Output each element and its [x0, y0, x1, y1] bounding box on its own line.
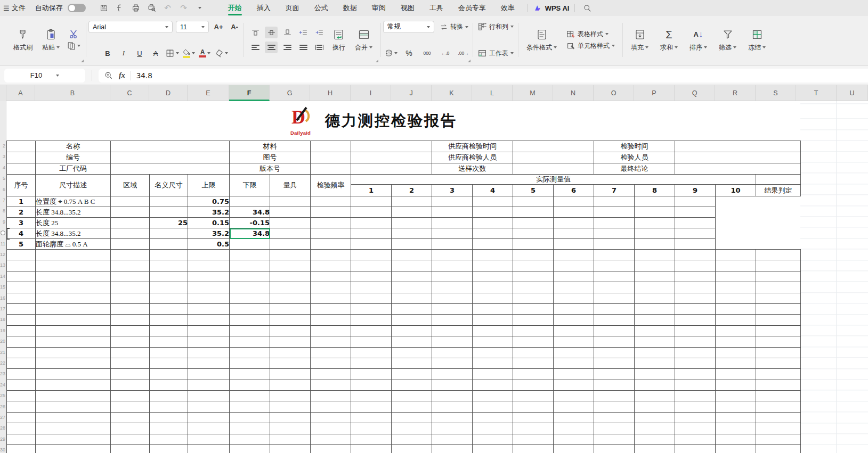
header-upper-limit[interactable]: 上限 [188, 175, 230, 196]
cell-measure[interactable] [473, 228, 513, 239]
cell-no-row4[interactable]: 4 [7, 228, 36, 239]
cell-upper-row3[interactable]: 0.15 [188, 218, 230, 228]
column-header-L[interactable]: L [472, 85, 513, 101]
column-header-P[interactable]: P [634, 85, 675, 101]
cell-lower-row3[interactable]: -0.15 [230, 218, 270, 228]
clear-format-button[interactable] [214, 47, 228, 59]
fill-color-button[interactable] [182, 47, 195, 59]
column-header-G[interactable]: G [270, 85, 310, 101]
label-inspection-time[interactable]: 检验时间 [594, 141, 675, 152]
convert-button[interactable]: 转换 [437, 21, 470, 32]
cell-measure[interactable] [270, 239, 311, 250]
row-header[interactable]: 7 [0, 195, 5, 205]
cell-nominal-row2[interactable] [150, 207, 188, 218]
quickbar-more-icon[interactable] [193, 2, 207, 14]
font-size-select[interactable]: 11 [176, 21, 209, 33]
cell-measure[interactable] [270, 228, 311, 239]
print-preview-icon[interactable] [145, 2, 159, 14]
cell-measure[interactable] [594, 228, 635, 239]
cell-measure[interactable] [392, 196, 432, 207]
header-gauge[interactable]: 量具 [270, 175, 311, 196]
column-header-S[interactable]: S [756, 85, 796, 101]
row-header[interactable]: 17 [0, 303, 5, 314]
cell-measure[interactable] [513, 196, 554, 207]
cell-measure[interactable] [513, 218, 554, 228]
cell-measure[interactable] [270, 218, 311, 228]
row-header[interactable]: 11 [0, 238, 5, 249]
measure-col[interactable]: 2 [392, 185, 432, 196]
header-no[interactable]: 序号 [7, 175, 36, 196]
cell-measure[interactable] [270, 196, 311, 207]
row-header[interactable]: 27 [0, 412, 5, 423]
measure-col[interactable]: 5 [513, 185, 554, 196]
tab-效率[interactable]: 效率 [493, 0, 522, 16]
align-top-button[interactable] [249, 27, 262, 38]
header-lower-limit[interactable]: 下限 [230, 175, 270, 196]
tab-视图[interactable]: 视图 [393, 0, 422, 16]
cell-measure[interactable] [473, 218, 513, 228]
row-header[interactable]: 18 [0, 314, 5, 325]
cell-lower-row5[interactable] [230, 239, 270, 250]
row-header[interactable]: 9 [0, 217, 5, 227]
column-header-U[interactable]: U [837, 85, 868, 101]
measure-col[interactable]: 3 [432, 185, 473, 196]
cell-measure[interactable] [311, 218, 351, 228]
label-supplier-inspection-time[interactable]: 供应商检验时间 [432, 141, 513, 152]
cell-measure[interactable] [311, 239, 351, 250]
cell-measure[interactable] [635, 196, 675, 207]
column-header-R[interactable]: R [715, 85, 756, 101]
cell-measure[interactable] [554, 228, 594, 239]
cell-measure[interactable] [473, 239, 513, 250]
undo-icon[interactable]: ↶ [161, 2, 175, 14]
cell-style-button[interactable]: 单元格样式 [564, 40, 617, 52]
label-material[interactable]: 材料 [230, 141, 311, 152]
label-drawing-number[interactable]: 图号 [230, 152, 311, 163]
cell-measure[interactable] [392, 218, 432, 228]
file-menu[interactable]: 文件 [10, 0, 30, 16]
rows-columns-button[interactable]: 行和列 [475, 21, 516, 32]
cell-desc-row4[interactable]: 长度 34.8...35.2 [36, 228, 111, 239]
column-header-E[interactable]: E [188, 85, 229, 101]
measure-col[interactable]: 4 [473, 185, 513, 196]
cell-measure[interactable] [351, 207, 392, 218]
cell-measure[interactable] [351, 228, 392, 239]
insert-function-icon[interactable]: fx [119, 71, 125, 80]
increase-font-button[interactable]: A+ [212, 21, 225, 33]
row-header[interactable]: 12 [0, 249, 5, 260]
row-header[interactable]: 14 [0, 271, 5, 282]
column-header-K[interactable]: K [432, 85, 472, 101]
label-factory-code[interactable]: 工厂代码 [36, 163, 111, 175]
cell-upper-row4[interactable]: 35.2 [188, 228, 230, 239]
row-header[interactable]: 6 [0, 184, 5, 195]
row-header[interactable]: 16 [0, 293, 5, 303]
cell-nominal-row4[interactable] [150, 228, 188, 239]
align-bottom-button[interactable] [281, 27, 294, 38]
bold-button[interactable]: B [101, 47, 114, 59]
column-header-C[interactable]: C [110, 85, 149, 101]
cell-measure[interactable] [635, 218, 675, 228]
cell-no-row3[interactable]: 3 [7, 218, 36, 228]
tab-会员专享[interactable]: 会员专享 [451, 0, 493, 16]
tab-审阅[interactable]: 审阅 [364, 0, 393, 16]
tab-数据[interactable]: 数据 [336, 0, 364, 16]
underline-button[interactable]: U [133, 47, 146, 59]
currency-button[interactable] [384, 47, 398, 59]
cell-measure[interactable] [392, 239, 432, 250]
column-header-H[interactable]: H [310, 85, 351, 101]
tab-开始[interactable]: 开始 [221, 0, 249, 16]
row-header[interactable]: 15 [0, 282, 5, 292]
cut-button[interactable] [67, 28, 80, 40]
row-header[interactable]: 25 [0, 390, 5, 401]
cell-measure[interactable] [311, 228, 351, 239]
cell-upper-row2[interactable]: 35.2 [188, 207, 230, 218]
column-header-N[interactable]: N [553, 85, 594, 101]
row-header[interactable]: 30 [0, 444, 5, 453]
column-header-M[interactable]: M [513, 85, 553, 101]
export-icon[interactable] [113, 2, 127, 14]
zoom-formula-icon[interactable] [104, 71, 113, 80]
row-header[interactable]: 23 [0, 368, 5, 379]
row-header[interactable]: 22 [0, 358, 5, 368]
cell-measure[interactable] [432, 207, 473, 218]
decrease-decimal-button[interactable]: .00→ [457, 47, 470, 59]
cell-area-row1[interactable] [111, 196, 150, 207]
